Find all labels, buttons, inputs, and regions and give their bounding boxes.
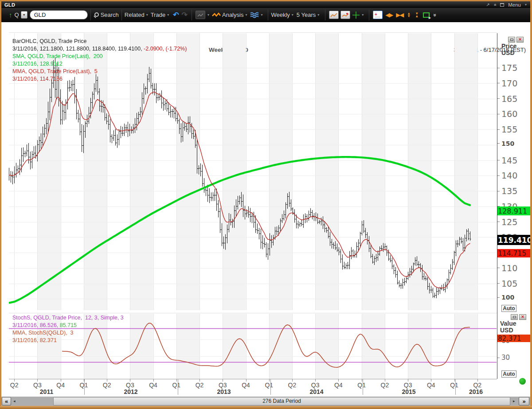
quarter-label: Q2 [103,382,111,389]
collapse-up-icon[interactable]: » [493,4,497,6]
compress-vertical-icon[interactable]: ▼▲ [415,12,419,18]
x-axis-line [9,379,497,379]
range-select[interactable]: 5 Years [297,12,316,18]
search-button[interactable]: Search [101,12,119,18]
crosshair-caret-icon[interactable]: ▾ [362,13,364,17]
ohlc-chart-style-button[interactable] [340,11,350,19]
main-legend-row: 3/11/2016, 114.7156 [12,75,187,83]
year-tick [270,379,271,395]
sma-value-badge: 128.911 [497,206,531,215]
window-frame [0,406,532,409]
price-tick-175: 175 [497,63,517,73]
app-window: GLD ↗ » Menu ▾ ↑ Q ▼ Search Related ▾ Tr… [0,0,532,409]
symbol-input[interactable] [30,10,88,19]
stochastics-legend: StochS, QGLD, Trade Price, 12, 3, Simple… [12,314,124,344]
quarter-label: Q4 [149,382,157,389]
scrollbar-thumb[interactable]: 276 Data Period [53,397,510,405]
zoom-select-icon[interactable] [423,12,430,18]
compress-horizontal-icon[interactable]: ▶◀ [396,12,403,18]
analysis-zigzag-icon [212,12,221,18]
waves-icon[interactable] [250,12,259,19]
undo-icon[interactable]: ↶ [173,11,179,19]
quarter-label: Q2 [473,382,481,389]
symbol-mode-dropdown[interactable]: ▼ [21,11,27,19]
value-axis-title: Value USD [500,320,516,334]
more-tools-chevron-icon[interactable]: » [432,13,438,16]
main-panel-close-icon[interactable]: ✕ [516,37,524,43]
price-tick-135: 135 [497,186,517,196]
scroll-first-button[interactable]: « [2,397,11,405]
analysis-caret-icon[interactable]: ▾ [245,13,247,17]
value-tick-30: 30 [497,354,510,362]
trade-caret-icon[interactable]: ▾ [167,13,169,17]
related-caret-icon[interactable]: ▾ [146,13,148,17]
price-tick-160: 160 [497,109,517,119]
expand-horizontal-icon[interactable]: ◀▶ [385,12,392,18]
price-tick-165: 165 [497,94,517,104]
waves-caret-icon[interactable]: ▾ [261,13,262,17]
main-panel-restore-icon[interactable] [508,37,515,43]
scroll-next-icon[interactable]: ▸ [513,397,515,405]
year-label: 2015 [402,388,415,395]
stoch-mma-badge: 82.371 [497,335,531,342]
price-tick-125: 125 [497,217,517,227]
analysis-menu[interactable]: Analysis [222,12,243,18]
price-tick-150: 150 [497,140,514,147]
chart-template-caret-icon[interactable]: ▾ [207,13,209,17]
line-chart-style-button[interactable] [329,11,339,19]
toolbar-separator [121,10,122,20]
restore-window-icon[interactable] [500,3,504,7]
year-label: 2014 [309,388,323,395]
year-label: 2016 [469,388,483,395]
crosshair-icon[interactable] [352,11,360,19]
redo-icon[interactable]: ↷ [182,11,188,19]
toolbar-separator [192,10,192,20]
title-bar-controls: ↗ » Menu ▾ [486,1,527,8]
scroll-last-button[interactable]: » [519,397,529,405]
value-axis-auto-button[interactable]: Auto [501,370,516,378]
quarter-label: Q2 [381,382,389,389]
related-menu[interactable]: Related [125,12,145,18]
quarter-label: Q1 [265,382,273,389]
window-frame [0,0,532,1]
price-axis-auto-button[interactable]: Auto [501,305,516,312]
add-study-button[interactable]: + [373,11,383,19]
quarter-label: Q2 [288,382,297,389]
panel-divider [9,313,497,313]
trade-menu[interactable]: Trade [151,12,165,18]
stoch-panel-close-icon[interactable]: ✕ [519,314,526,320]
quarter-label: Q4 [242,382,250,389]
window-frame [0,0,1,409]
window-frame [530,0,532,409]
popout-icon[interactable]: ↗ [486,3,489,7]
range-caret-icon[interactable]: ▾ [317,13,319,17]
stoch-panel-restore-icon[interactable] [511,314,518,320]
expand-vertical-icon[interactable]: ▲▼ [407,12,411,18]
quarter-label: Q4 [334,382,343,389]
stoch-legend-text: 85.715 [60,322,77,328]
chart-template-icon[interactable] [196,11,205,19]
main-legend-text: 3/11/2016, 114.7156 [12,76,63,82]
price-tick-140: 140 [497,171,517,180]
interval-caret-icon[interactable]: ▾ [292,13,293,17]
time-scrollbar[interactable]: « ◂ 276 Data Period ▸ » [1,397,530,406]
main-legend-text: SMA, QGLD, Trade Price(Last), 200 [12,53,103,59]
year-tick [363,379,363,395]
menu-button[interactable]: Menu [508,2,521,8]
price-tick-170: 170 [497,78,517,88]
main-legend-text: BarOHLC, QGLD, Trade Price [12,38,86,44]
price-tick-110: 110 [497,263,517,273]
toolbar-separator [268,10,268,20]
symbol-mode-label: Q [15,12,19,18]
quarter-label: Q3 [219,382,227,389]
main-legend-row: BarOHLC, QGLD, Trade Price [12,38,187,45]
menu-caret-icon[interactable]: ▾ [525,3,527,7]
stoch-legend-row: MMA, StochS(QGLD), 3 [12,329,124,337]
year-label: 2012 [124,388,137,395]
interval-select[interactable]: Weekly [271,12,289,18]
year-tick [455,379,456,395]
quarter-label: Q3 [126,382,134,389]
quarter-label: Q1 [172,382,180,389]
scroll-prev-icon[interactable]: ◂ [13,397,16,405]
main-legend-text: MMA, QGLD, Trade Price(Last), 5 [12,68,98,74]
